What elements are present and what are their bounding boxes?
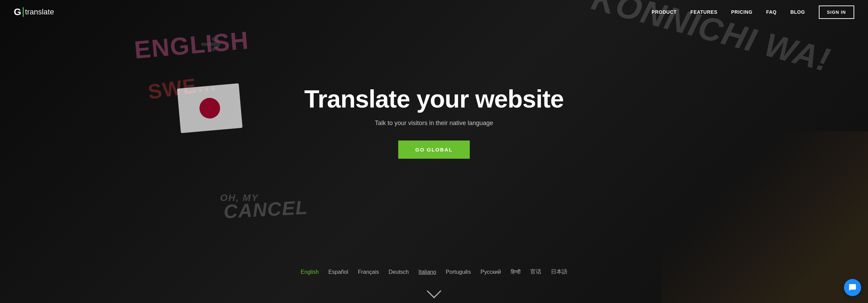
nav-product[interactable]: PRODUCT — [652, 9, 677, 15]
signin-button[interactable]: SIGN IN — [819, 5, 854, 19]
hero-content: Translate your website Talk to your visi… — [0, 24, 868, 261]
nav-links: PRODUCT FEATURES PRICING FAQ BLOG SIGN I… — [652, 5, 854, 19]
lang-espanol[interactable]: Español — [328, 269, 348, 275]
nav-faq[interactable]: FAQ — [766, 9, 777, 15]
scroll-down-section — [0, 289, 868, 303]
chat-bubble-button[interactable] — [844, 279, 861, 296]
nav-blog[interactable]: BLOG — [790, 9, 805, 15]
language-bar: English Español Français Deutsch Italian… — [0, 261, 868, 282]
lang-chinese[interactable]: 官话 — [530, 268, 541, 276]
logo-separator — [23, 7, 24, 17]
logo-g: G — [14, 7, 21, 18]
lang-francais[interactable]: Français — [358, 269, 379, 275]
nav-features[interactable]: FEATURES — [691, 9, 717, 15]
lang-deutsch[interactable]: Deutsch — [389, 269, 409, 275]
navbar: G translate PRODUCT FEATURES PRICING FAQ… — [0, 0, 868, 24]
logo[interactable]: G translate — [14, 7, 54, 18]
lang-russian[interactable]: Русский — [480, 269, 501, 275]
lang-japanese[interactable]: 日本語 — [551, 268, 567, 276]
chat-icon — [848, 283, 857, 292]
logo-translate-text: translate — [25, 8, 54, 16]
nav-pricing[interactable]: PRICING — [731, 9, 752, 15]
lang-italiano[interactable]: Italiano — [419, 269, 436, 275]
hero-section: ENGLISH KONNICHI WA! SWE... CANCEL Oh, m… — [0, 0, 868, 303]
lang-hindi[interactable]: हिन्दी — [511, 269, 521, 275]
lang-portugues[interactable]: Português — [446, 269, 471, 275]
hero-subtitle: Talk to your visitors in their native la… — [375, 120, 493, 127]
hero-title: Translate your website — [304, 86, 564, 113]
lang-english[interactable]: English — [301, 269, 318, 275]
go-global-button[interactable]: GO GLOBAL — [398, 141, 470, 159]
